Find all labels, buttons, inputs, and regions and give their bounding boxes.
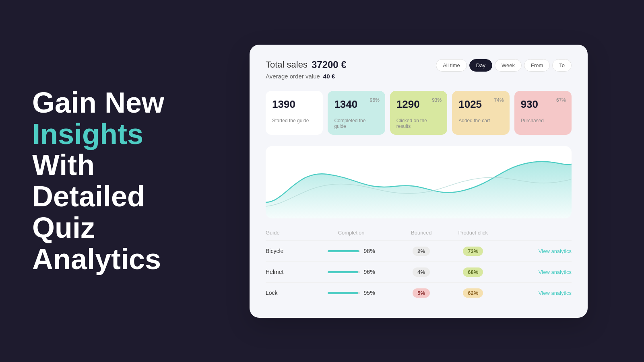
- view-analytics-link[interactable]: View analytics: [539, 248, 572, 254]
- completion-pct: 98%: [364, 248, 375, 254]
- total-sales: Total sales 37200 €: [266, 59, 347, 70]
- stat-cart-label: Added the cart: [458, 118, 503, 123]
- bounced-cell: 4%: [400, 261, 443, 282]
- guide-name: Lock: [266, 282, 302, 303]
- stat-clicked-label: Clicked on the results: [396, 118, 441, 129]
- avg-order-value: 40 €: [323, 73, 335, 80]
- stat-completed-pct: 96%: [370, 97, 380, 103]
- stat-cards: 1390 Started the guide 1340 96% Complete…: [266, 91, 572, 135]
- headline: Gain New Insights With Detailed Quiz Ana…: [32, 87, 177, 275]
- product-click-badge: 73%: [463, 247, 483, 256]
- completion-pct: 96%: [364, 269, 375, 275]
- col-product-click: Product click: [442, 230, 504, 241]
- headline-line6: Analytics: [32, 243, 161, 275]
- title-block: Total sales 37200 € Average order value …: [266, 59, 347, 80]
- filter-to[interactable]: To: [552, 59, 572, 72]
- stat-cart-pct: 74%: [494, 97, 504, 103]
- view-analytics-link[interactable]: View analytics: [539, 269, 572, 275]
- product-click-cell: 68%: [442, 261, 504, 282]
- stat-completed-label: Completed the guide: [334, 118, 378, 129]
- stat-card-started: 1390 Started the guide: [266, 91, 323, 135]
- dashboard-card: Total sales 37200 € Average order value …: [250, 45, 588, 318]
- product-click-cell: 62%: [442, 282, 504, 303]
- avg-order: Average order value 40 €: [266, 73, 347, 80]
- product-click-badge: 62%: [463, 288, 483, 298]
- headline-line5: Quiz: [32, 212, 95, 244]
- action-cell[interactable]: View analytics: [504, 261, 572, 282]
- stat-card-clicked: 1290 93% Clicked on the results: [390, 91, 447, 135]
- col-completion: Completion: [302, 230, 400, 241]
- product-click-cell: 73%: [442, 241, 504, 261]
- headline-line3: With: [32, 149, 95, 181]
- stat-card-purchased: 930 67% Purchased: [514, 91, 572, 135]
- time-filters: All time Day Week From To: [436, 59, 572, 72]
- guide-name: Helmet: [266, 261, 302, 282]
- filter-all-time[interactable]: All time: [436, 59, 467, 72]
- action-cell[interactable]: View analytics: [504, 241, 572, 261]
- right-panel: Total sales 37200 € Average order value …: [201, 33, 644, 330]
- completion-pct: 95%: [364, 290, 375, 296]
- table-row: Lock 95% 5% 62% View analytics: [266, 282, 572, 303]
- headline-line1: Gain New: [32, 86, 164, 119]
- dashboard-header: Total sales 37200 € Average order value …: [266, 59, 572, 80]
- stat-clicked-pct: 93%: [432, 97, 442, 103]
- avg-order-label: Average order value: [266, 73, 320, 80]
- filter-week[interactable]: Week: [495, 59, 522, 72]
- bounced-badge: 4%: [413, 267, 430, 277]
- stat-started-number: 1390: [272, 98, 316, 111]
- total-sales-label: Total sales: [266, 60, 308, 70]
- table-row: Helmet 96% 4% 68% View analytics: [266, 261, 572, 282]
- left-panel: Gain New Insights With Detailed Quiz Ana…: [0, 63, 201, 299]
- view-analytics-link[interactable]: View analytics: [539, 290, 572, 296]
- stat-card-cart: 1025 74% Added the cart: [452, 91, 509, 135]
- total-sales-value: 37200 €: [312, 59, 347, 70]
- stat-purchased-label: Purchased: [521, 118, 565, 123]
- bounced-badge: 2%: [413, 247, 430, 256]
- guide-name: Bicycle: [266, 241, 302, 261]
- product-click-badge: 68%: [463, 267, 483, 277]
- col-guide: Guide: [266, 230, 302, 241]
- completion-cell: 96%: [302, 261, 400, 282]
- analytics-table: Guide Completion Bounced Product click B…: [266, 230, 572, 303]
- bounced-badge: 5%: [413, 288, 430, 298]
- table-row: Bicycle 98% 2% 73% View analytics: [266, 241, 572, 261]
- stat-card-completed: 1340 96% Completed the guide: [328, 91, 385, 135]
- filter-day[interactable]: Day: [469, 59, 492, 72]
- chart-area: [266, 146, 572, 218]
- completion-cell: 98%: [302, 241, 400, 261]
- bounced-cell: 2%: [400, 241, 443, 261]
- filter-from[interactable]: From: [524, 59, 550, 72]
- col-action: [504, 230, 572, 241]
- stat-purchased-pct: 67%: [556, 97, 566, 103]
- bounced-cell: 5%: [400, 282, 443, 303]
- headline-line4: Detailed: [32, 180, 145, 212]
- stat-started-label: Started the guide: [272, 118, 316, 123]
- action-cell[interactable]: View analytics: [504, 282, 572, 303]
- completion-cell: 95%: [302, 282, 400, 303]
- headline-accent: Insights: [32, 118, 143, 150]
- col-bounced: Bounced: [400, 230, 443, 241]
